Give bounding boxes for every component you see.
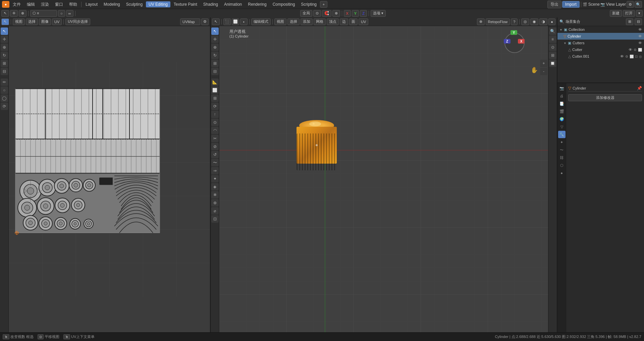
z-axis[interactable]: Z bbox=[360, 10, 367, 17]
tab-layout[interactable]: Layout bbox=[83, 1, 100, 7]
search-button[interactable]: 🔍 bbox=[635, 1, 642, 8]
num-btn[interactable]: ∞ bbox=[66, 10, 73, 17]
retopo-btn[interactable]: RetopoFlow bbox=[486, 18, 510, 25]
outliner-sort-btn[interactable]: ⊟ bbox=[635, 18, 642, 25]
vp-face-menu[interactable]: 面 bbox=[349, 18, 358, 25]
vp-measure-tool[interactable]: 📐 bbox=[211, 78, 219, 86]
menu-help[interactable]: 帮助 bbox=[66, 1, 80, 8]
prop-object-icon[interactable]: ▽ bbox=[558, 123, 566, 130]
zoom-in-btn[interactable]: + bbox=[540, 60, 547, 67]
tab-texture-paint[interactable]: Texture Paint bbox=[171, 1, 200, 7]
y-axis[interactable]: Y bbox=[352, 10, 359, 17]
edit-mode-dropdown[interactable]: 编辑模式 bbox=[251, 18, 271, 25]
outliner-item-cutter[interactable]: △ Cutter 👁 ⚙ ⬜ bbox=[557, 46, 644, 53]
prop-world-icon[interactable]: 🌍 bbox=[558, 115, 566, 123]
vertex-btn[interactable]: ⬛ bbox=[223, 18, 231, 25]
uv-annotate-tool[interactable]: ✏ bbox=[1, 78, 8, 86]
prop-material-icon[interactable]: ● bbox=[558, 169, 566, 177]
vp-cursor-tool[interactable]: ✛ bbox=[211, 36, 219, 43]
vp-knife-tool[interactable]: ✂ bbox=[211, 135, 219, 142]
settings-button[interactable]: ⚙ bbox=[627, 1, 634, 8]
prop-view-layer-icon[interactable]: 📑 bbox=[558, 100, 566, 107]
navigation-gizmo[interactable]: X Y Z bbox=[501, 30, 528, 56]
tab-rendering[interactable]: Rendering bbox=[245, 1, 269, 7]
uv-select-mode[interactable]: ↖ bbox=[1, 18, 9, 25]
vp-select-btn[interactable]: ↖ bbox=[212, 18, 220, 25]
add-tab-button[interactable]: + bbox=[320, 1, 327, 8]
open-btn[interactable]: 打开 bbox=[623, 10, 635, 17]
vp-right-4[interactable]: 🔲 bbox=[549, 60, 556, 67]
zoom-out-btn[interactable]: - bbox=[540, 68, 547, 75]
uv-uv-menu[interactable]: UV bbox=[52, 18, 62, 25]
new-btn[interactable]: 新建 bbox=[610, 10, 622, 17]
cutter-vis-icon[interactable]: 👁 bbox=[629, 48, 632, 52]
gizmo-x-label[interactable]: X bbox=[518, 39, 525, 44]
vp-rip-tool[interactable]: ✦ bbox=[211, 175, 219, 182]
vp-bisect-tool[interactable]: ⊘ bbox=[211, 143, 219, 150]
menu-edit[interactable]: 编辑 bbox=[24, 1, 38, 8]
x-axis[interactable]: X bbox=[344, 10, 351, 17]
vp-move-tool[interactable]: ⊕ bbox=[211, 44, 219, 51]
vp-offset-tool[interactable]: ⟳ bbox=[211, 103, 219, 110]
import-button[interactable]: Import bbox=[562, 1, 580, 8]
gizmo-y-label[interactable]: Y bbox=[511, 30, 517, 35]
vp-warp-tool[interactable]: ⌀ bbox=[211, 207, 219, 215]
proportional-btn[interactable]: ○ bbox=[58, 10, 65, 17]
props-pin-icon[interactable]: 📌 bbox=[637, 86, 642, 91]
uv-transform-tool[interactable]: ⊟ bbox=[1, 68, 8, 75]
move-btn[interactable]: ⊕ bbox=[19, 10, 26, 17]
vp-mesh-menu[interactable]: 网格 bbox=[314, 18, 326, 25]
face-btn[interactable]: ▪ bbox=[240, 18, 248, 25]
prop-constraints-icon[interactable]: ⛓ bbox=[558, 154, 566, 161]
prop-scene-icon[interactable]: 🎬 bbox=[558, 108, 566, 115]
uv-circle-tool[interactable]: ◯ bbox=[1, 95, 8, 102]
vp-right-search[interactable]: 🔍 bbox=[549, 27, 556, 35]
menu-file[interactable]: 文件 bbox=[10, 1, 23, 8]
uv-select-menu[interactable]: 选择 bbox=[26, 18, 38, 25]
vp-add-menu[interactable]: 添加 bbox=[301, 18, 313, 25]
vp-scale-tool[interactable]: ⊞ bbox=[211, 60, 219, 67]
viewport-shading-2[interactable]: ◉ bbox=[530, 18, 538, 25]
snap-btn[interactable]: ⬡ ≡ bbox=[30, 10, 57, 17]
cutter001-vis-icon[interactable]: 👁 bbox=[620, 54, 624, 58]
add-modifier-btn[interactable]: 添加修改器 bbox=[568, 94, 642, 101]
uv-view-menu[interactable]: 视图 bbox=[13, 18, 25, 25]
menu-window[interactable]: 窗口 bbox=[52, 1, 66, 8]
vp-transform-tool[interactable]: ⊟ bbox=[211, 68, 219, 75]
outliner-item-collection[interactable]: ▣ Collection 👁 bbox=[557, 26, 644, 33]
tab-compositing[interactable]: Compositing bbox=[270, 1, 298, 7]
scene-selector[interactable]: 🎬 Scene bbox=[583, 2, 600, 7]
uv-map-selector[interactable]: UVMap bbox=[180, 18, 200, 25]
snap-toggle[interactable]: 🧲 bbox=[322, 10, 331, 17]
outliner-filter-btn[interactable]: ⊞ bbox=[626, 18, 633, 25]
viewport-shading-1[interactable]: ◎ bbox=[521, 18, 529, 25]
vp-right-3[interactable]: ⊞ bbox=[549, 52, 556, 59]
edge-btn[interactable]: ⬜ bbox=[232, 18, 239, 25]
uv-scale-tool[interactable]: ⊞ bbox=[1, 60, 8, 67]
uv-draw-tool[interactable]: ○ bbox=[1, 87, 8, 94]
vp-vertex-menu[interactable]: 顶点 bbox=[327, 18, 339, 25]
gizmo-z-label[interactable]: Z bbox=[504, 39, 511, 44]
vp-loop-cut-tool[interactable]: ⊞ bbox=[211, 95, 219, 102]
cylinder-vis-icon[interactable]: 👁 bbox=[638, 34, 642, 38]
tab-sculpting[interactable]: Sculpting bbox=[123, 1, 145, 7]
outliner-item-cylinder[interactable]: ▽ Cylinder 👁 bbox=[557, 33, 644, 40]
vp-edge-menu[interactable]: 边 bbox=[340, 18, 348, 25]
tab-shading[interactable]: Shading bbox=[201, 1, 221, 7]
tab-animation[interactable]: Animation bbox=[221, 1, 245, 7]
viewport-canvas[interactable]: 用户透视 (1) Cylinder X Y Z + - bbox=[219, 26, 548, 332]
vp-view-menu[interactable]: 视图 bbox=[274, 18, 286, 25]
vp-shrink-tool[interactable]: ❄ bbox=[211, 191, 219, 198]
uv-lasso-tool[interactable]: ⟳ bbox=[1, 103, 8, 110]
vp-lattice-tool[interactable]: ⊡ bbox=[211, 215, 219, 223]
vp-extrude-tool[interactable]: ↑ bbox=[211, 111, 219, 118]
collection-vis-icon[interactable]: 👁 bbox=[638, 27, 642, 32]
vp-right-2[interactable]: ⊙ bbox=[549, 44, 556, 51]
cutters-vis-icon[interactable]: 👁 bbox=[638, 41, 642, 45]
tab-modeling[interactable]: Modeling bbox=[101, 1, 123, 7]
prop-output-icon[interactable]: 🖨 bbox=[558, 92, 566, 100]
uv-settings-btn[interactable]: ⚙ bbox=[201, 18, 209, 25]
vp-box-tool[interactable]: ⬜ bbox=[211, 87, 219, 94]
vp-smooth-tool[interactable]: 〜 bbox=[211, 159, 219, 166]
vp-spin-tool[interactable]: ↺ bbox=[211, 151, 219, 158]
